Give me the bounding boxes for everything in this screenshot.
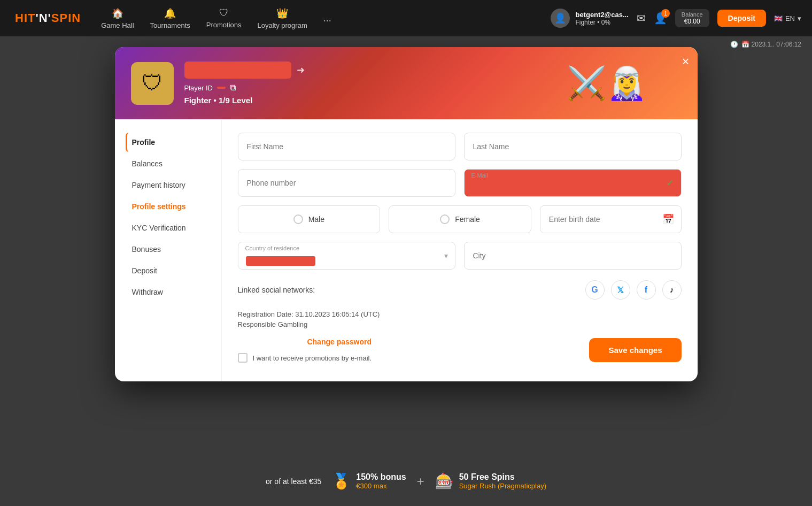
language-selector[interactable]: 🇬🇧 EN ▾	[774, 14, 801, 22]
nav-right: 👤 betgent2@cas... Fighter • 0% ✉ 👤 1 Bal…	[551, 9, 801, 28]
city-field	[464, 242, 682, 270]
brand-name-part3: SPIN	[51, 11, 81, 25]
brand-name-part2: 'N'	[35, 11, 51, 25]
sidebar-item-profile[interactable]: Profile	[126, 133, 211, 152]
balance-value: €0.00	[682, 18, 703, 25]
first-name-field	[238, 133, 455, 160]
player-id-label: Player ID	[184, 84, 213, 92]
user-rank: Fighter • 0%	[575, 19, 628, 26]
twitter-connect-button[interactable]: 𝕏	[611, 280, 630, 300]
warrior-icon: ⚔️🧝‍♀️	[567, 67, 647, 99]
male-radio[interactable]	[293, 214, 303, 224]
phone-input[interactable]	[238, 169, 455, 197]
female-radio[interactable]	[440, 214, 450, 224]
character-illustration: ⚔️🧝‍♀️	[548, 47, 666, 119]
chevron-down-icon: ▾	[444, 251, 448, 260]
bonus-slots-icon: 🎰	[435, 472, 454, 490]
last-name-field	[464, 133, 682, 160]
facebook-connect-button[interactable]: f	[637, 280, 656, 300]
tournaments-icon: 🔔	[164, 7, 176, 19]
last-name-input[interactable]	[464, 133, 682, 160]
username-input[interactable]	[184, 62, 291, 79]
info-row: Registration Date: 31.10.2023 16:05:14 (…	[238, 310, 682, 328]
bonus-bar: or of at least €35 🏅 150% bonus €300 max…	[266, 472, 546, 490]
nav-label-game-hall: Game Hall	[101, 21, 134, 29]
bottom-row: Change password I want to receive promot…	[238, 337, 682, 363]
male-label: Male	[308, 215, 324, 224]
avatar-icon: 🛡	[142, 71, 163, 95]
tiktok-connect-button[interactable]: ♪	[662, 280, 682, 300]
social-row: Linked social networks: G 𝕏 f ♪	[238, 280, 682, 300]
gender-female-button[interactable]: Female	[389, 205, 531, 233]
promo-label: I want to receive promotions by e-mail.	[253, 354, 372, 362]
bonus-plus-icon: +	[417, 474, 424, 489]
deposit-button[interactable]: Deposit	[717, 10, 766, 27]
city-input[interactable]	[464, 242, 682, 270]
lang-code: EN	[785, 14, 795, 22]
email-field: E-Mail ✓	[464, 169, 682, 197]
country-field: Country of residence ▾	[238, 242, 455, 270]
sidebar-item-bonuses[interactable]: Bonuses	[126, 240, 211, 259]
email-input[interactable]	[464, 169, 682, 197]
loyalty-icon: 👑	[276, 7, 288, 19]
bonus-sub-1: €300 max	[356, 482, 406, 490]
nav-item-loyalty[interactable]: 👑 Loyalty program	[258, 7, 307, 29]
modal-sidebar: Profile Balances Payment history Profile…	[115, 119, 222, 381]
promo-checkbox-row: I want to receive promotions by e-mail.	[238, 353, 372, 363]
top-navigation: HIT'N'SPIN 🏠 Game Hall 🔔 Tournaments 🛡 P…	[0, 0, 812, 36]
messages-button[interactable]: ✉	[637, 12, 646, 25]
birthdate-input[interactable]	[540, 205, 682, 233]
responsible-gambling-link[interactable]: Responsible Gambling	[238, 320, 682, 328]
nav-item-promotions[interactable]: 🛡 Promotions	[206, 7, 242, 29]
user-avatar: 👤	[551, 9, 570, 28]
female-label: Female	[455, 215, 480, 224]
nav-label-loyalty: Loyalty program	[258, 21, 307, 29]
nav-items: 🏠 Game Hall 🔔 Tournaments 🛡 Promotions 👑…	[101, 7, 535, 29]
bonus-medal-icon: 🏅	[332, 472, 351, 490]
nav-item-game-hall[interactable]: 🏠 Game Hall	[101, 7, 134, 29]
nav-more-button[interactable]: ...	[323, 13, 331, 24]
save-changes-button[interactable]: Save changes	[589, 338, 681, 362]
avatar: 🛡	[131, 62, 174, 105]
balance-label: Balance	[682, 11, 703, 18]
brand-name-part1: HIT	[15, 11, 35, 25]
email-verified-icon: ✓	[666, 177, 674, 189]
first-name-input[interactable]	[238, 133, 455, 160]
bonus-sub-2[interactable]: Sugar Rush (Pragmaticplay)	[459, 482, 546, 490]
user-info: 👤 betgent2@cas... Fighter • 0%	[551, 9, 628, 28]
contact-row: E-Mail ✓	[238, 169, 682, 197]
promo-checkbox[interactable]	[238, 353, 248, 363]
sidebar-item-payment-history[interactable]: Payment history	[126, 175, 211, 195]
sidebar-item-balances[interactable]: Balances	[126, 154, 211, 173]
modal-close-button[interactable]: ×	[682, 55, 689, 68]
phone-field	[238, 169, 455, 197]
modal-body: Profile Balances Payment history Profile…	[115, 119, 698, 381]
sidebar-item-profile-settings[interactable]: Profile settings	[126, 197, 211, 216]
notification-badge: 1	[661, 9, 670, 18]
copy-id-button[interactable]: ⧉	[230, 83, 236, 93]
sidebar-item-deposit[interactable]: Deposit	[126, 261, 211, 280]
bonus-item-2: 🎰 50 Free Spins Sugar Rush (Pragmaticpla…	[435, 472, 546, 490]
brand-logo[interactable]: HIT'N'SPIN	[11, 9, 85, 27]
gender-male-button[interactable]: Male	[238, 205, 381, 233]
calendar-icon: 📅	[662, 213, 674, 225]
change-password-link[interactable]: Change password	[307, 338, 372, 346]
nav-item-tournaments[interactable]: 🔔 Tournaments	[150, 7, 190, 29]
bonus-title-1: 150% bonus	[356, 472, 406, 482]
bonus-item-1: 🏅 150% bonus €300 max	[332, 472, 406, 490]
edit-username-button[interactable]: ➜	[297, 64, 305, 76]
page-background: 🕐 📅 2023.1.. 07:06:12 🛡 ➜ Player ID ⧉ Fi…	[0, 36, 812, 506]
email-label: E-Mail	[471, 172, 488, 179]
clock-icon: 🕐	[730, 41, 738, 48]
sidebar-item-withdraw[interactable]: Withdraw	[126, 282, 211, 302]
birthdate-field: 📅	[540, 205, 682, 233]
notifications-button[interactable]: 👤 1	[654, 12, 667, 25]
name-row	[238, 133, 682, 160]
country-label: Country of residence	[245, 245, 300, 251]
nav-label-tournaments: Tournaments	[150, 21, 190, 29]
google-connect-button[interactable]: G	[585, 280, 605, 300]
location-row: Country of residence ▾	[238, 242, 682, 270]
user-email: betgent2@cas...	[575, 11, 628, 19]
user-details: betgent2@cas... Fighter • 0%	[575, 11, 628, 26]
sidebar-item-kyc[interactable]: KYC Verification	[126, 218, 211, 237]
